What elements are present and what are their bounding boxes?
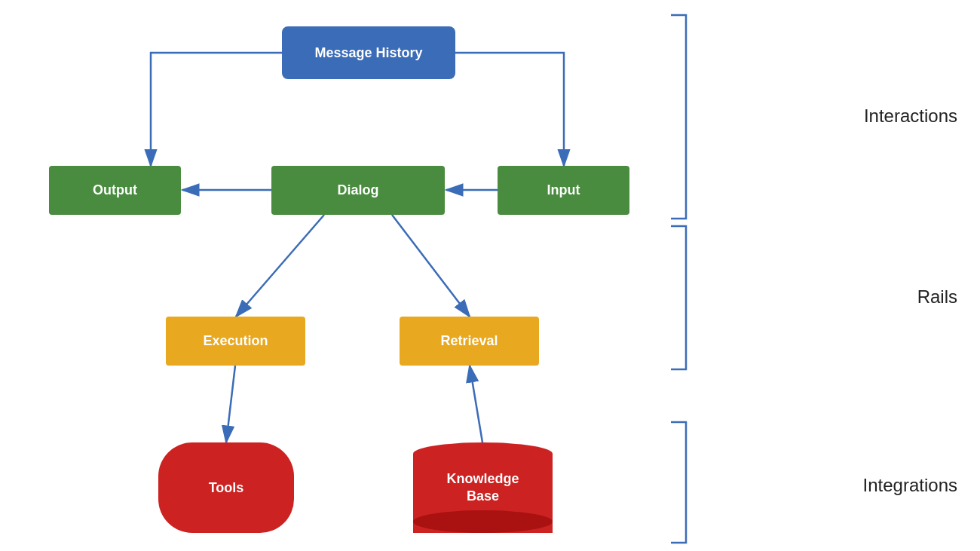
svg-line-7: [470, 366, 482, 442]
svg-line-4: [236, 215, 324, 317]
dialog-box: Dialog: [271, 166, 445, 215]
retrieval-label: Retrieval: [440, 333, 498, 349]
output-label: Output: [93, 182, 137, 198]
input-box: Input: [498, 166, 629, 215]
svg-line-5: [392, 215, 470, 317]
input-label: Input: [547, 182, 580, 198]
output-box: Output: [49, 166, 181, 215]
rails-label: Rails: [917, 286, 957, 308]
diagram-container: Message History Output Dialog Input Exec…: [0, 0, 980, 551]
knowledge-base-box: KnowledgeBase: [413, 442, 553, 533]
interactions-label: Interactions: [864, 106, 957, 127]
message-history-label: Message History: [314, 45, 422, 61]
tools-label: Tools: [209, 480, 244, 496]
svg-line-6: [226, 366, 235, 442]
retrieval-box: Retrieval: [400, 317, 539, 366]
integrations-label: Integrations: [863, 475, 957, 496]
message-history-box: Message History: [282, 26, 455, 79]
execution-box: Execution: [166, 317, 305, 366]
knowledge-base-label: KnowledgeBase: [446, 470, 519, 506]
tools-box: Tools: [158, 442, 294, 533]
dialog-label: Dialog: [337, 182, 378, 198]
execution-label: Execution: [203, 333, 268, 349]
